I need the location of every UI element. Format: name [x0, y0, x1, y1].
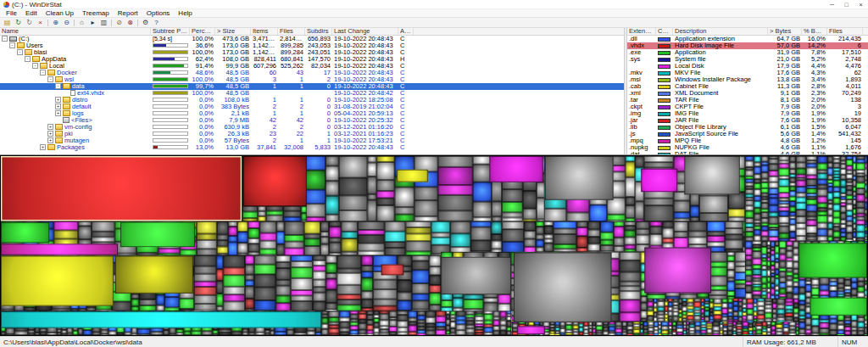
ext-column-header-description[interactable]: Description	[673, 28, 768, 35]
extension-row-lib[interactable]: .libObject File Library6,1 GB1,5%6,047	[627, 124, 868, 131]
tree-row-files[interactable]: <Files>0,0%7,9 MB4242019-10-2022 20:25:3…	[0, 117, 624, 124]
extension-row-msi[interactable]: .msiWindows Installer Package13,8 GB3,4%…	[627, 76, 868, 83]
extension-row-no-extension[interactable]: Local Disk17,9 GB4,4%4,476	[627, 63, 868, 70]
explorer-here-button-icon[interactable]: ⌂	[76, 18, 87, 27]
collapse-toggle-icon[interactable]: -	[55, 83, 61, 89]
subtree-percentage-cell	[151, 131, 190, 137]
percentage-cell: 0,0%	[190, 117, 215, 124]
title-bar[interactable]: (C:) - WinDirStat ─ □ ×	[0, 0, 868, 9]
expand-toggle-icon[interactable]: +	[47, 131, 53, 137]
expand-toggle-icon[interactable]: +	[47, 137, 53, 143]
tree-row-wsl[interactable]: -wsl100,0%48,5 GB31219-10-2022 20:48:43C	[0, 76, 624, 83]
tree-row-mutagen[interactable]: +mutagen0,0%57 Bytes21119-10-2022 17:53:…	[0, 137, 624, 144]
extension-color-swatch	[658, 51, 670, 55]
ext-column-header-extension[interactable]: Extension	[627, 28, 656, 35]
refresh-selected-button-icon[interactable]: ↻	[24, 18, 35, 27]
collapse-toggle-icon[interactable]: -	[47, 76, 53, 82]
extension-row-ckpt[interactable]: .ckptCKPT File7,9 GB2,0%3	[627, 104, 868, 110]
extension-row-exe[interactable]: .exeApplication31,9 GB7,8%17,510	[627, 49, 868, 56]
percent-bytes-cell: 2,0%	[802, 97, 827, 104]
extension-color-swatch	[658, 112, 670, 116]
column-header-last-change[interactable]: Last Change	[332, 28, 398, 35]
column-header-size[interactable]: > Size	[215, 28, 251, 35]
expand-toggle-icon[interactable]: +	[47, 124, 53, 130]
expand-toggle-icon[interactable]: +	[55, 104, 61, 109]
copy-path-button-icon[interactable]: ▥	[98, 18, 109, 27]
extension-row-img[interactable]: .imgIMG File7,9 GB1,9%19	[627, 110, 868, 117]
column-header-files[interactable]: Files	[278, 28, 305, 35]
delete-to-recycle-bin-button-icon[interactable]: ⊘	[114, 18, 125, 27]
tree-row-packages[interactable]: +Packages13,0%13,0 GB37,84132,0085,83319…	[0, 144, 624, 151]
delete-permanently-button-icon[interactable]: ⊗	[125, 18, 136, 27]
refresh-all-button-icon[interactable]: ↻	[13, 18, 24, 27]
ext-column-header-files[interactable]: Files	[827, 28, 863, 35]
tree-row-ext4-vhdx[interactable]: ext4.vhdx100,0%48,5 GB19-10-2022 20:48:4…	[0, 90, 624, 97]
ext-column-header-bytes[interactable]: % Bytes	[802, 28, 827, 35]
extension-row-xml[interactable]: .xmlXML Document9,1 GB2,3%70,249	[627, 90, 868, 97]
open-button-icon[interactable]: ▤	[2, 18, 13, 27]
treemap-canvas[interactable]	[1, 156, 867, 335]
tree-row-pki[interactable]: +pki0,0%26,3 kB2322103-12-2021 01:16:23C	[0, 131, 624, 137]
files-cell: 1	[278, 137, 305, 144]
settings-button-icon[interactable]: ⚙	[140, 18, 151, 27]
expand-toggle-icon[interactable]: +	[55, 110, 61, 116]
extension-row-sys[interactable]: .sysSystem file21,0 GB5,2%2,748	[627, 56, 868, 63]
tree-row-c[interactable]: -(C:)[5,34 s]100,0%473,6 GB3,471,2652,81…	[0, 36, 624, 42]
minimize-button[interactable]: ─	[825, 0, 839, 8]
column-header-attributes[interactable]: Attributes	[398, 28, 414, 35]
tree-item-name-cell: +logs	[0, 110, 151, 117]
close-button[interactable]: ×	[854, 0, 868, 8]
tree-row-users[interactable]: -Users36,6%173,0 GB1,142,338899,285243,0…	[0, 42, 624, 49]
column-header-subdirs[interactable]: Subdirs	[305, 28, 332, 35]
menu-item-report[interactable]: Report	[114, 9, 142, 18]
extension-row-mkv[interactable]: .mkvMKV File17,6 GB4,3%62	[627, 70, 868, 76]
maximize-button[interactable]: □	[839, 0, 854, 8]
collapse-toggle-icon[interactable]: -	[25, 56, 31, 62]
column-header-items[interactable]: Items	[251, 28, 278, 35]
expand-toggle-icon[interactable]: +	[55, 97, 61, 103]
help-button-icon[interactable]: ?	[151, 18, 162, 27]
extension-row-cab[interactable]: .cabCabinet File11,3 GB2,8%4,011	[627, 83, 868, 90]
menu-item-options[interactable]: Options	[142, 9, 175, 18]
folder-icon	[40, 63, 47, 69]
tree-row-appdata[interactable]: -AppData62,4%108,0 GB828,411680,841147,5…	[0, 56, 624, 63]
status-bar: C:\Users\blasi\AppData\Local\Docker\wsl\…	[0, 336, 868, 347]
menu-item-treemap[interactable]: Treemap	[78, 9, 114, 18]
menu-item-edit[interactable]: Edit	[21, 9, 42, 18]
tree-row-default[interactable]: +default0,0%383 Bytes22031-08-2019 21:02…	[0, 104, 624, 110]
stop-scan-button-icon[interactable]: ×	[35, 18, 46, 27]
column-header-subtree-percentage[interactable]: Subtree Percentage	[151, 28, 190, 35]
tree-row-distro[interactable]: +distro0,0%108,0 kB11019-10-2022 18:25:0…	[0, 97, 624, 104]
extension-row-jar[interactable]: .jarJAR File7,6 GB1,9%10,358	[627, 117, 868, 124]
tree-row-logs[interactable]: +logs0,0%2,1 kB11005-04-2021 20:59:13C	[0, 110, 624, 117]
ext-column-header-color[interactable]: Color	[656, 28, 673, 35]
tree-row-docker[interactable]: -Docker48,6%48,5 GB60431719-10-2022 20:4…	[0, 70, 624, 76]
subtree-percentage-cell	[151, 76, 190, 83]
menu-item-help[interactable]: Help	[174, 9, 196, 18]
tree-row-data[interactable]: -data99,7%48,5 GB11019-10-2022 20:48:43C	[0, 83, 624, 90]
extension-row-vhdx[interactable]: .vhdxHard Disk Image File57,0 GB14,2%6	[627, 42, 868, 49]
status-num-lock: NUM	[837, 337, 868, 347]
tree-row-blasi[interactable]: -blasi100,0%173,0 GB1,142,335899,284243,…	[0, 49, 624, 56]
ext-column-header-bytes[interactable]: > Bytes	[768, 28, 802, 35]
extension-row-nupkg[interactable]: .nupkgNUPKG File4,6 GB1,1%1,676	[627, 144, 868, 151]
expand-toggle-icon[interactable]: +	[40, 144, 46, 150]
extension-row-dll[interactable]: .dllApplication extension64,7 GB16,0%214…	[627, 36, 868, 42]
collapse-toggle-icon[interactable]: -	[17, 49, 23, 55]
menu-item-clean-up[interactable]: Clean Up	[42, 9, 78, 18]
extension-row-js[interactable]: .jsJavaScript Source File5,6 GB1,4%541,4…	[627, 131, 868, 137]
tree-row-vm-config[interactable]: +vm-config0,0%630,9 kB22003-12-2021 01:1…	[0, 124, 624, 131]
command-prompt-here-button-icon[interactable]: ▸	[87, 18, 98, 27]
tree-row-local[interactable]: -Local91,4%99,9 GB607,296525,26282,03419…	[0, 63, 624, 70]
collapse-toggle-icon[interactable]: -	[2, 36, 8, 42]
extension-row-mpq[interactable]: .mpqMPQ File4,8 GB1,2%145	[627, 137, 868, 144]
collapse-toggle-icon[interactable]: -	[40, 70, 46, 76]
zoom-in-button-icon[interactable]: ⊕	[50, 18, 61, 27]
column-header-percentage[interactable]: Percentage	[190, 28, 215, 35]
zoom-out-button-icon[interactable]: ⊖	[61, 18, 72, 27]
column-header-name[interactable]: Name	[0, 28, 151, 35]
collapse-toggle-icon[interactable]: -	[9, 42, 15, 48]
collapse-toggle-icon[interactable]: -	[32, 63, 38, 69]
menu-item-file[interactable]: File	[2, 9, 21, 18]
extension-row-tar[interactable]: .tarTAR File8,1 GB2,0%138	[627, 97, 868, 104]
